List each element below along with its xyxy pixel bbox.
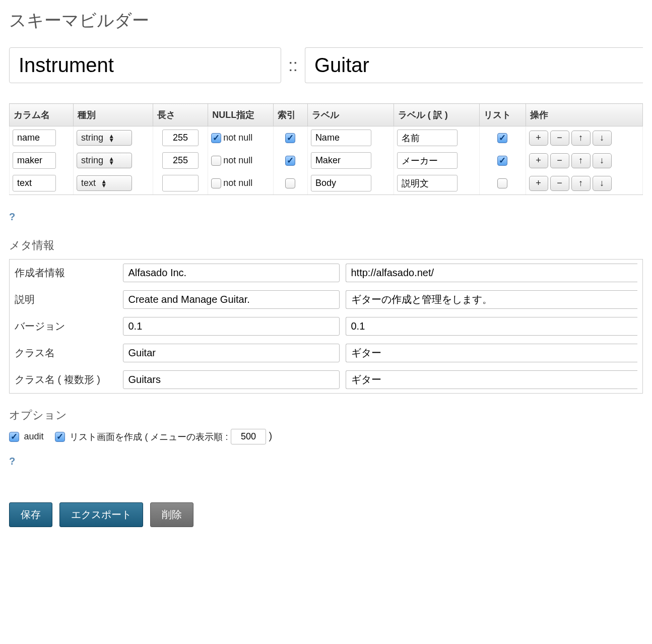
meta-input-b[interactable] [346,264,638,282]
index-checkbox[interactable] [285,133,295,143]
table-row: text▲▼not null+−↑↓ [10,172,643,195]
remove-row-button[interactable]: − [550,131,569,146]
meta-row: バージョン [10,313,643,340]
index-checkbox[interactable] [285,178,295,188]
label-input[interactable] [311,175,371,191]
meta-heading: メタ情報 [9,238,643,253]
chevron-updown-icon: ▲▼ [108,157,114,165]
delete-button[interactable]: 削除 [150,502,193,527]
notnull-checkbox[interactable] [211,178,221,188]
meta-row: 説明 [10,286,643,313]
list-screen-checkbox[interactable] [55,432,65,442]
chevron-updown-icon: ▲▼ [108,134,114,142]
th-operations: 操作 [526,104,642,126]
th-label: ラベル [307,104,394,126]
remove-row-button[interactable]: − [550,176,569,191]
length-input[interactable] [162,175,199,191]
th-type: 種別 [74,104,153,126]
th-index: 索引 [273,104,307,126]
label-input[interactable] [311,130,371,146]
th-label-translated: ラベル ( 訳 ) [394,104,480,126]
meta-input-a[interactable] [123,370,340,389]
meta-input-a[interactable] [123,264,340,282]
namespace-input[interactable] [9,47,281,83]
meta-input-b[interactable] [346,370,638,389]
schema-table: カラム名 種別 長さ NULL指定 索引 ラベル ラベル ( 訳 ) リスト 操… [9,103,643,195]
help-icon[interactable]: ? [9,211,15,223]
meta-input-a[interactable] [123,344,340,362]
meta-label: クラス名 ( 複数形 ) [10,366,118,394]
meta-input-b[interactable] [346,290,638,309]
label-translated-input[interactable] [397,175,458,191]
list-screen-label: リスト画面を作成 ( メニューの表示順 : [70,432,228,442]
type-select[interactable]: string▲▼ [77,153,132,168]
notnull-checkbox[interactable] [211,156,221,166]
notnull-label: not null [223,178,252,188]
class-input[interactable] [305,47,643,83]
meta-label: バージョン [10,313,118,340]
add-row-button[interactable]: + [529,176,548,191]
column-name-input[interactable] [13,175,56,191]
options-heading: オプション [9,408,643,423]
length-input[interactable] [162,130,199,146]
list-checkbox[interactable] [497,156,507,166]
meta-input-b[interactable] [346,317,638,336]
label-translated-input[interactable] [397,152,458,169]
remove-row-button[interactable]: − [550,153,569,168]
help-icon[interactable]: ? [9,456,15,467]
page-title: スキーマビルダー [9,9,643,32]
class-name-row: :: [9,47,643,83]
audit-label: audit [24,431,44,441]
meta-row: 作成者情報 [10,260,643,287]
add-row-button[interactable]: + [529,131,548,146]
chevron-updown-icon: ▲▼ [101,179,107,187]
menu-order-input[interactable] [231,429,266,444]
notnull-label: not null [223,155,252,165]
move-down-button[interactable]: ↓ [593,153,612,168]
index-checkbox[interactable] [285,156,295,166]
save-button[interactable]: 保存 [9,502,52,527]
column-name-input[interactable] [13,130,56,146]
list-checkbox[interactable] [497,178,507,188]
meta-input-a[interactable] [123,317,340,336]
move-up-button[interactable]: ↑ [571,153,591,168]
audit-checkbox[interactable] [9,432,19,442]
type-select[interactable]: string▲▼ [77,130,132,146]
list-checkbox[interactable] [497,133,507,143]
move-up-button[interactable]: ↑ [571,176,591,191]
th-null: NULL指定 [208,104,274,126]
length-input[interactable] [162,152,199,169]
meta-input-b[interactable] [346,344,638,362]
meta-input-a[interactable] [123,290,340,309]
label-input[interactable] [311,152,371,169]
table-row: string▲▼not null+−↑↓ [10,149,643,172]
export-button[interactable]: エクスポート [59,502,143,527]
list-screen-label-close: ) [269,430,273,441]
th-length: 長さ [153,104,208,126]
namespace-separator: :: [288,55,298,75]
type-select[interactable]: text▲▼ [77,175,132,191]
meta-row: クラス名 ( 複数形 ) [10,366,643,394]
meta-table: 作成者情報説明バージョンクラス名クラス名 ( 複数形 ) [9,259,643,394]
move-up-button[interactable]: ↑ [571,131,591,146]
th-list: リスト [480,104,526,126]
column-name-input[interactable] [13,152,56,169]
table-row: string▲▼not null+−↑↓ [10,126,643,150]
notnull-checkbox[interactable] [211,133,221,143]
th-column-name: カラム名 [10,104,74,126]
meta-label: 作成者情報 [10,260,118,287]
label-translated-input[interactable] [397,130,458,146]
move-down-button[interactable]: ↓ [593,176,612,191]
move-down-button[interactable]: ↓ [593,131,612,146]
meta-row: クラス名 [10,340,643,366]
add-row-button[interactable]: + [529,153,548,168]
notnull-label: not null [223,133,252,143]
options-row: audit リスト画面を作成 ( メニューの表示順 : ) [9,429,643,444]
action-buttons: 保存 エクスポート 削除 [9,502,643,527]
meta-label: 説明 [10,286,118,313]
meta-label: クラス名 [10,340,118,366]
